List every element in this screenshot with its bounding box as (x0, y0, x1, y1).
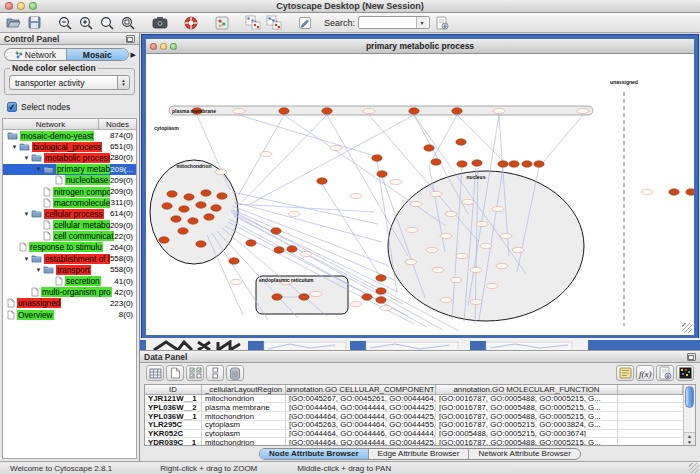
new-network-nodes-edges-icon[interactable] (264, 14, 283, 31)
import-attributes-icon[interactable] (432, 14, 451, 31)
save-icon[interactable] (25, 14, 44, 31)
tree-row[interactable]: unassigned223(0) (3, 298, 136, 309)
tree-row[interactable]: secretion41(0) (3, 275, 136, 286)
tab-overflow-arrow[interactable]: ▶ (131, 51, 136, 59)
table-row[interactable]: YKR052Ccytoplasm[GO:0044464, GO:0044446,… (145, 430, 683, 439)
search-dropdown-arrow[interactable]: ▾ (416, 17, 427, 28)
tree-row[interactable]: ▼establishment of lo558(0) (3, 253, 136, 264)
tab-node-attribute-browser[interactable]: Node Attribute Browser (260, 449, 369, 459)
tree-row[interactable]: ▼primary metabo209(... (3, 164, 136, 175)
table-cell[interactable]: YKR052C (145, 430, 202, 438)
attribute-batch-icon[interactable] (616, 365, 634, 381)
zoom-in-icon[interactable] (77, 14, 96, 31)
tree-row[interactable]: multi-organism pro42(0) (3, 287, 136, 298)
table-cell[interactable]: plasma membrane (202, 403, 286, 411)
tree-row[interactable]: cell communicat22(0) (3, 231, 136, 242)
graphics-details-icon[interactable] (212, 14, 231, 31)
function-builder-icon[interactable]: f(x) (636, 365, 654, 381)
delete-attribute-icon[interactable] (226, 365, 244, 381)
table-row[interactable]: YLR295Ccytoplasm[GO:0045263, GO:0044464,… (145, 421, 683, 430)
app-resize-grip[interactable] (689, 463, 699, 473)
new-network-nodes-all-edges-icon[interactable] (243, 14, 262, 31)
tree-row[interactable]: macromolecule311(0) (3, 197, 136, 208)
table-cell[interactable]: YDR039C__1 (145, 438, 202, 446)
table-cell[interactable]: [GO:0045267, GO:0045261, GO:0044464, G..… (286, 395, 436, 403)
help-icon[interactable] (181, 14, 200, 31)
table-cell[interactable]: cytoplasm (202, 430, 286, 438)
table-cell[interactable]: [GO:0044464, GO:0044446, GO:0044444, G..… (286, 430, 436, 438)
tab-network-attribute-browser[interactable]: Network Attribute Browser (469, 449, 579, 459)
network-view-window[interactable]: primary metabolic process plasma membran… (142, 35, 698, 339)
table-cell[interactable]: YPL036W__2 (145, 403, 202, 411)
table-cell[interactable]: [GO:0016787, GO:0005488, GO:0005215, G..… (436, 403, 618, 411)
column-header[interactable]: _cellularLayoutRegion (202, 385, 286, 394)
tree-row[interactable]: ▼transport558(0) (3, 264, 136, 275)
table-scrollbar[interactable]: ▲▼ (683, 385, 695, 445)
table-cell[interactable]: [GO:0044464, GO:0044444, GO:0044425, G..… (286, 438, 436, 446)
tree-row[interactable]: mosaic-demo-yeast874(0) (3, 130, 136, 141)
snapshot-icon[interactable] (150, 14, 169, 31)
float-data-panel-icon[interactable] (687, 353, 696, 361)
column-header[interactable]: annotation.GO CELLULAR_COMPONENT (286, 385, 436, 394)
zoom-fit-icon[interactable] (98, 14, 117, 31)
column-header[interactable]: ID (145, 385, 202, 394)
table-row[interactable]: YJR121W__1mitochondrion[GO:0045267, GO:0… (145, 395, 683, 404)
table-cell[interactable]: YPL036W__1 (145, 412, 202, 420)
table-cell[interactable]: [GO:0016787, GO:0005488, GO:0005215, G..… (436, 412, 618, 420)
tab-edge-attribute-browser[interactable]: Edge Attribute Browser (369, 449, 470, 459)
tab-network[interactable]: Network (5, 49, 67, 60)
unselect-attributes-icon[interactable] (206, 365, 224, 381)
search-input[interactable]: ▾ (358, 16, 430, 29)
tree-row[interactable]: ▼biological_process651(0) (3, 141, 136, 152)
tree-row[interactable]: ▼metabolic process280(0) (3, 152, 136, 163)
scrollbar-thumb[interactable] (685, 386, 694, 408)
table-row[interactable]: YPL036W__2plasma membrane[GO:0044464, GO… (145, 403, 683, 412)
table-cell[interactable]: [GO:0044464, GO:0044444, GO:0044425, G..… (286, 412, 436, 420)
network-window-titlebar[interactable]: primary metabolic process (146, 39, 694, 54)
tree-expander-icon[interactable]: ▼ (22, 211, 31, 217)
window-resize-grip[interactable] (682, 323, 692, 333)
table-cell[interactable]: [GO:0005488, GO:0005215, GO:0003674] (436, 430, 618, 438)
table-cell[interactable]: YJR121W__1 (145, 395, 202, 403)
tree-expander-icon[interactable]: ▼ (22, 155, 31, 161)
zoom-out-icon[interactable] (56, 14, 75, 31)
annotation-icon[interactable] (295, 14, 314, 31)
node-color-dropdown[interactable]: transporter activity ▲▼ (9, 75, 130, 90)
tab-mosaic[interactable]: Mosaic (67, 49, 128, 60)
scrollbar-arrows[interactable]: ▲▼ (684, 432, 695, 445)
matrix-icon[interactable] (676, 365, 694, 381)
tree-expander-icon[interactable]: ▼ (34, 166, 43, 172)
tree-expander-icon[interactable]: ▼ (22, 256, 31, 262)
tree-expander-icon[interactable]: ▼ (34, 267, 43, 273)
tree-row[interactable]: Overview8(0) (3, 309, 136, 320)
table-cell[interactable]: mitochondrion (202, 412, 286, 420)
table-cell[interactable]: [GO:0045263, GO:0044464, GO:0044455, G..… (286, 421, 436, 429)
zoom-selected-icon[interactable] (119, 14, 138, 31)
table-cell[interactable]: [GO:0016787, GO:0005215, GO:0003824, G..… (436, 421, 618, 429)
select-attributes-icon[interactable] (186, 365, 204, 381)
table-cell[interactable]: mitochondrion (202, 438, 286, 446)
new-attribute-icon[interactable] (166, 365, 184, 381)
table-cell[interactable]: [GO:0016787, GO:0005488, GO:0005215, G..… (436, 395, 618, 403)
table-cell[interactable]: [GO:0016787, GO:0005488, GO:0005215, G..… (436, 438, 618, 446)
tree-expander-icon[interactable]: ▼ (10, 144, 19, 150)
table-cell[interactable]: mitochondrion (202, 395, 286, 403)
float-panel-icon[interactable] (126, 35, 135, 43)
open-icon[interactable] (4, 14, 23, 31)
tree-row[interactable]: nitrogen compo209(0) (3, 186, 136, 197)
table-cell[interactable]: [GO:0044464, GO:0044444, GO:0044425, G..… (286, 403, 436, 411)
table-cell[interactable]: cytoplasm (202, 421, 286, 429)
table-row[interactable]: YPL036W__1mitochondrion[GO:0044464, GO:0… (145, 412, 683, 421)
select-nodes-checkbox[interactable]: ✓ (7, 102, 17, 112)
tree-column-nodes[interactable]: Nodes (99, 119, 136, 129)
column-header[interactable]: annotation.GO MOLECULAR_FUNCTION (436, 385, 618, 394)
tree-row[interactable]: nucleobase-209(0) (3, 175, 136, 186)
tree-column-network[interactable]: Network (3, 119, 99, 129)
tree-row[interactable]: response to stimulu264(0) (3, 242, 136, 253)
tree-row[interactable]: ▼cellular process614(0) (3, 208, 136, 219)
table-row[interactable]: YDR039C__1mitochondrion[GO:0044464, GO:0… (145, 438, 683, 446)
import-attributes-icon[interactable] (656, 365, 674, 381)
table-cell[interactable]: YLR295C (145, 421, 202, 429)
attribute-matrix-icon[interactable] (146, 365, 164, 381)
tree-row[interactable]: cellular metabo209(0) (3, 220, 136, 231)
